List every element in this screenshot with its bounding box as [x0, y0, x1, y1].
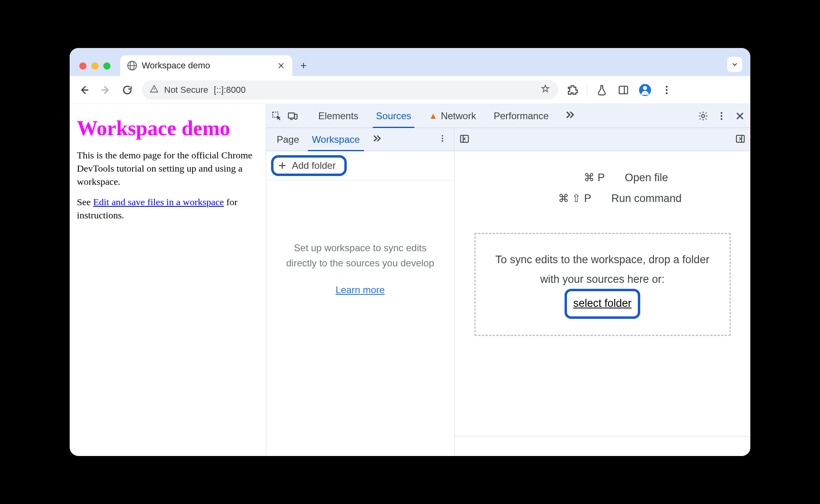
svg-point-10: [721, 118, 722, 120]
svg-point-13: [442, 140, 443, 142]
learn-more-link[interactable]: Learn more: [336, 282, 385, 298]
tab-search-button[interactable]: [727, 57, 742, 72]
tab-performance[interactable]: Performance: [486, 104, 556, 128]
svg-point-1: [666, 86, 668, 88]
devtools-close-button[interactable]: [734, 110, 746, 122]
svg-point-7: [701, 114, 705, 118]
toggle-navigator-button[interactable]: [459, 134, 470, 146]
navigator-help-text: Set up workspace to sync edits directly …: [282, 240, 438, 271]
more-tabs-button[interactable]: [559, 109, 581, 123]
dropzone-text: To sync edits to the workspace, drop a f…: [488, 250, 717, 289]
svg-point-3: [666, 92, 668, 94]
more-subtabs-button[interactable]: [366, 133, 387, 146]
editor-footer: [454, 436, 750, 456]
devtools-settings-button[interactable]: [697, 110, 709, 122]
reload-button[interactable]: [120, 83, 135, 97]
toolbar-divider: [587, 84, 587, 96]
browser-menu-button[interactable]: [659, 83, 674, 97]
labs-button[interactable]: [595, 83, 609, 97]
tab-title: Workspace demo: [142, 60, 272, 71]
page-heading: Workspace demo: [77, 116, 259, 140]
tab-strip: Workspace demo: [70, 48, 750, 76]
sources-navigator: Page Workspace Add folder: [266, 128, 454, 456]
editor-content: ⌘ P Open file ⌘ ⇧ P Run command To sync …: [454, 151, 750, 436]
not-secure-icon: [150, 84, 159, 96]
warning-icon: ▲: [429, 111, 438, 121]
address-bar[interactable]: Not Secure [::]:8000: [142, 80, 558, 100]
side-panel-button[interactable]: [616, 83, 631, 97]
navigator-menu-button[interactable]: [435, 134, 450, 145]
tab-sources[interactable]: Sources: [369, 104, 418, 128]
add-folder-button[interactable]: Add folder: [271, 155, 347, 176]
navigator-help: Set up workspace to sync edits directly …: [266, 180, 454, 456]
browser-tab[interactable]: Workspace demo: [120, 55, 292, 76]
window-controls: [75, 62, 115, 76]
browser-window: Workspace demo Not Secure [::]:8000: [70, 48, 750, 456]
devtools-body: Page Workspace Add folder: [266, 128, 750, 456]
workspace-doc-link[interactable]: Edit and save files in a workspace: [93, 197, 224, 207]
back-button[interactable]: [77, 83, 91, 97]
url-text: [::]:8000: [214, 85, 535, 95]
inspect-element-button[interactable]: [270, 110, 283, 122]
globe-icon: [127, 61, 137, 70]
sources-editor-area: ⌘ P Open file ⌘ ⇧ P Run command To sync …: [454, 128, 750, 456]
tab-elements[interactable]: Elements: [311, 104, 366, 128]
shortcut-open-file: ⌘ P Open file: [537, 171, 668, 184]
minimize-window-button[interactable]: [91, 62, 98, 70]
bookmark-button[interactable]: [541, 84, 550, 96]
profile-button[interactable]: [638, 83, 652, 97]
devtools-menu-button[interactable]: [715, 110, 728, 122]
subtab-page[interactable]: Page: [270, 128, 305, 151]
svg-rect-5: [288, 113, 294, 118]
svg-point-2: [666, 89, 668, 91]
add-folder-row: Add folder: [266, 151, 454, 180]
shortcut-keys: ⌘ ⇧ P: [523, 192, 591, 205]
browser-toolbar: Not Secure [::]:8000: [70, 76, 750, 104]
sources-subtabs: Page Workspace: [266, 128, 454, 151]
toggle-debugger-button[interactable]: [735, 134, 746, 146]
svg-point-9: [721, 115, 722, 116]
new-tab-button[interactable]: [292, 57, 313, 76]
shortcut-run-command: ⌘ ⇧ P Run command: [523, 192, 682, 205]
close-tab-button[interactable]: [277, 62, 285, 70]
svg-rect-6: [294, 114, 297, 119]
extensions-button[interactable]: [565, 83, 580, 97]
shortcut-label: Open file: [625, 172, 668, 184]
page-paragraph-1: This is the demo page for the official C…: [77, 149, 259, 188]
subtab-workspace[interactable]: Workspace: [305, 128, 366, 151]
devtools-panel: Elements Sources ▲Network Performance: [266, 104, 750, 456]
select-folder-link[interactable]: select folder: [573, 297, 632, 309]
shortcut-label: Run command: [611, 192, 682, 205]
page-paragraph-2: See Edit and save files in a workspace f…: [77, 196, 259, 222]
workspace-dropzone[interactable]: To sync edits to the workspace, drop a f…: [474, 233, 731, 336]
forward-button[interactable]: [98, 83, 113, 97]
device-toolbar-button[interactable]: [286, 110, 299, 122]
svg-rect-0: [619, 86, 628, 94]
content-area: Workspace demo This is the demo page for…: [70, 104, 750, 456]
devtools-tabbar: Elements Sources ▲Network Performance: [266, 104, 750, 128]
svg-point-12: [442, 138, 443, 139]
rendered-page: Workspace demo This is the demo page for…: [70, 104, 266, 456]
tab-network[interactable]: ▲Network: [422, 104, 483, 128]
editor-toolbar: [454, 128, 750, 151]
svg-point-11: [442, 135, 443, 136]
fullscreen-window-button[interactable]: [103, 62, 111, 70]
plus-icon: [277, 161, 287, 170]
shortcut-keys: ⌘ P: [537, 171, 605, 184]
close-window-button[interactable]: [79, 62, 86, 70]
svg-point-8: [721, 112, 722, 114]
not-secure-label: Not Secure: [164, 85, 208, 95]
